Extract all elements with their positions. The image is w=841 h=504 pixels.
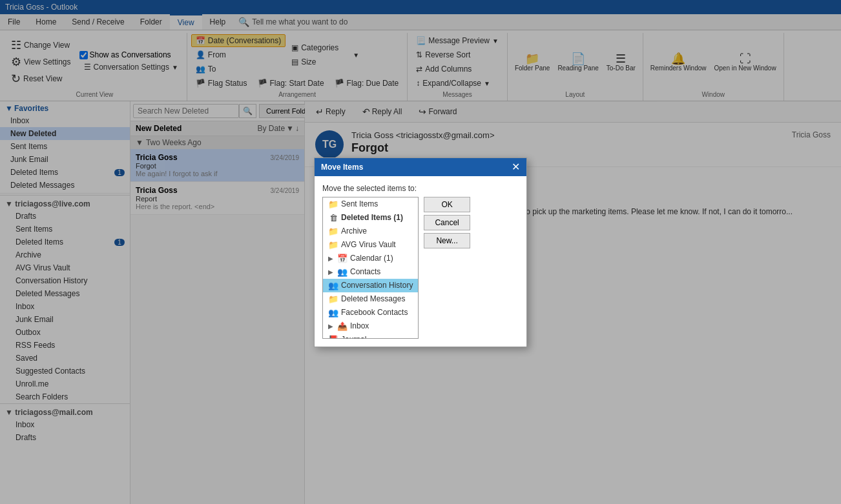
modal-item-inbox[interactable]: ▶ 📤 Inbox (323, 319, 418, 333)
modal-item-avg[interactable]: 📁 AVG Virus Vault (323, 238, 418, 252)
journal-icon: 📕 (328, 335, 338, 339)
modal-item-sent[interactable]: 📁 Sent Items (323, 197, 418, 211)
modal-item-deleted[interactable]: 🗑 Deleted Items (1) (323, 211, 418, 225)
conv-history-icon: 👥 (328, 281, 338, 290)
modal-item-contacts[interactable]: ▶ 👥 Contacts (323, 265, 418, 279)
modal-item-deleted-msgs[interactable]: 📁 Deleted Messages (323, 292, 418, 306)
modal-cancel-button[interactable]: Cancel (424, 215, 470, 230)
inbox-icon: 📤 (337, 321, 348, 331)
modal-title-bar: Move Items ✕ (315, 158, 526, 176)
modal-item-conv-history[interactable]: 👥 Conversation History (323, 279, 418, 292)
modal-new-button[interactable]: New... (424, 233, 470, 248)
modal-overlay: Move Items ✕ Move the selected items to:… (0, 0, 841, 504)
folder-icon-avg: 📁 (328, 240, 338, 250)
move-items-dialog: Move Items ✕ Move the selected items to:… (314, 157, 527, 347)
modal-content-row: 📁 Sent Items 🗑 Deleted Items (1) 📁 Archi… (322, 197, 519, 339)
modal-item-calendar[interactable]: ▶ 📅 Calendar (1) (323, 252, 418, 265)
trash-icon-deleted: 🗑 (328, 213, 338, 223)
modal-item-archive[interactable]: 📁 Archive (323, 225, 418, 238)
modal-title: Move Items (321, 163, 363, 172)
folder-icon-del-msgs: 📁 (328, 294, 338, 304)
calendar-icon: 📅 (337, 254, 348, 263)
contacts-expand-icon[interactable]: ▶ (328, 268, 333, 276)
contacts-icon: 👥 (337, 267, 348, 277)
modal-buttons: OK Cancel New... (424, 197, 470, 248)
modal-label: Move the selected items to: (322, 184, 519, 193)
folder-icon-sent: 📁 (328, 199, 338, 209)
modal-item-fb-contacts[interactable]: 👥 Facebook Contacts (323, 306, 418, 319)
folder-icon-archive: 📁 (328, 227, 338, 236)
modal-close-button[interactable]: ✕ (512, 162, 520, 172)
modal-ok-button[interactable]: OK (424, 197, 470, 212)
calendar-expand-icon[interactable]: ▶ (328, 255, 333, 262)
modal-item-journal[interactable]: 📕 Journal (323, 333, 418, 339)
inbox-expand-icon[interactable]: ▶ (328, 323, 333, 330)
contacts-icon-fb: 👥 (328, 308, 338, 318)
modal-list[interactable]: 📁 Sent Items 🗑 Deleted Items (1) 📁 Archi… (322, 197, 419, 339)
modal-body: Move the selected items to: 📁 Sent Items… (315, 176, 526, 347)
